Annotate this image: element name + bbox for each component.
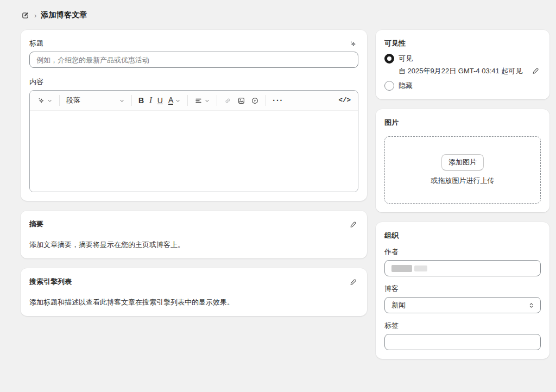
bold-icon: B: [138, 96, 144, 105]
show-html-button[interactable]: </>: [336, 94, 353, 106]
summary-title: 摘要: [29, 219, 43, 229]
underline-icon: U: [157, 96, 163, 105]
blog-label: 博客: [384, 284, 541, 294]
sparkle-icon: [349, 40, 357, 48]
sparkle-icon: [37, 97, 45, 105]
toolbar-divider: [217, 95, 217, 106]
code-icon: </>: [338, 97, 351, 104]
ai-generate-button[interactable]: [348, 39, 358, 49]
breadcrumb-separator-icon: ›: [34, 11, 36, 20]
blog-select[interactable]: 新闻: [384, 297, 541, 313]
seo-title: 搜索引擎列表: [29, 277, 72, 287]
hidden-radio-label[interactable]: 隐藏: [399, 81, 413, 91]
blog-select-value: 新闻: [391, 300, 406, 310]
link-icon: [224, 97, 232, 105]
text-color-dropdown[interactable]: A: [166, 94, 184, 107]
alignment-dropdown[interactable]: [192, 94, 213, 107]
hidden-radio[interactable]: [384, 81, 394, 91]
edit-seo-button[interactable]: [348, 277, 358, 288]
blog-post-icon[interactable]: [21, 11, 30, 20]
page: › 添加博客文章 标题: [0, 0, 556, 359]
organization-card: 组织 作者 博客 新闻: [376, 222, 549, 359]
edit-summary-button[interactable]: [348, 219, 358, 230]
visible-radio[interactable]: [384, 54, 394, 64]
image-icon: [237, 97, 245, 105]
visibility-title: 可见性: [384, 39, 406, 47]
pencil-icon: [349, 278, 357, 287]
redacted-block: [414, 265, 427, 271]
toolbar-divider: [266, 95, 266, 106]
toolbar-divider: [131, 95, 132, 106]
italic-icon: I: [149, 96, 152, 105]
pencil-icon: [531, 67, 540, 75]
video-play-icon: [251, 97, 259, 105]
image-dropzone[interactable]: 添加图片 或拖放图片进行上传: [384, 136, 541, 204]
more-options-button[interactable]: ···: [270, 94, 286, 107]
underline-button[interactable]: U: [155, 94, 166, 107]
add-image-button[interactable]: 添加图片: [441, 154, 484, 170]
image-title: 图片: [384, 118, 399, 127]
visibility-card: 可见性 可见 自 2025年9月22日 GMT-4 03:41 起可见: [376, 30, 549, 99]
ellipsis-icon: ···: [273, 96, 283, 105]
visible-radio-label[interactable]: 可见: [399, 54, 413, 64]
rich-text-editor: 段落 B I U: [29, 90, 358, 192]
tags-label: 标签: [384, 321, 541, 331]
redacted-author-value: [391, 261, 427, 276]
caret-updown-icon: [528, 302, 535, 309]
summary-description: 添加文章摘要，摘要将显示在您的主页或博客上。: [29, 240, 358, 250]
paragraph-style-dropdown[interactable]: 段落: [64, 93, 128, 108]
pencil-icon: [349, 220, 357, 229]
chevron-down-icon: [47, 98, 53, 104]
title-input[interactable]: [29, 52, 358, 68]
image-card: 图片 添加图片 或拖放图片进行上传: [376, 109, 549, 212]
summary-card: 摘要 添加文章摘要，摘要将显示在您的主页或博客上。: [21, 211, 367, 258]
organization-title: 组织: [384, 231, 399, 239]
seo-description: 添加标题和描述以查看此博客文章在搜索引擎列表中的显示效果。: [29, 298, 358, 307]
paragraph-style-label: 段落: [66, 96, 80, 105]
editor-toolbar: 段落 B I U: [30, 91, 358, 111]
chevron-down-icon: [119, 98, 125, 104]
align-left-icon: [194, 97, 203, 105]
title-label: 标题: [29, 39, 43, 48]
link-button[interactable]: [221, 94, 235, 107]
insert-image-button[interactable]: [235, 94, 248, 107]
breadcrumb: › 添加博客文章: [21, 8, 549, 23]
toolbar-divider: [187, 95, 188, 106]
chevron-down-icon: [175, 98, 181, 104]
visible-schedule-text: 自 2025年9月22日 GMT-4 03:41 起可见: [399, 66, 527, 77]
italic-button[interactable]: I: [147, 94, 155, 107]
chevron-down-icon: [204, 98, 210, 104]
edit-schedule-button[interactable]: [530, 66, 541, 77]
insert-video-button[interactable]: [248, 94, 262, 107]
ai-assist-dropdown[interactable]: [34, 94, 55, 107]
text-color-icon: A: [168, 97, 173, 105]
bold-button[interactable]: B: [136, 94, 147, 107]
page-title: 添加博客文章: [41, 10, 87, 20]
author-label: 作者: [384, 247, 541, 257]
post-card: 标题 内容: [21, 30, 367, 201]
content-editor-area[interactable]: [30, 111, 358, 192]
redacted-block: [391, 265, 412, 272]
drop-hint-text: 或拖放图片进行上传: [431, 176, 495, 186]
content-label: 内容: [29, 77, 358, 87]
tags-input[interactable]: [384, 334, 541, 350]
author-input[interactable]: [384, 260, 541, 276]
toolbar-divider: [59, 95, 60, 106]
seo-card: 搜索引擎列表 添加标题和描述以查看此博客文章在搜索引擎列表中的显示效果。: [21, 268, 367, 316]
